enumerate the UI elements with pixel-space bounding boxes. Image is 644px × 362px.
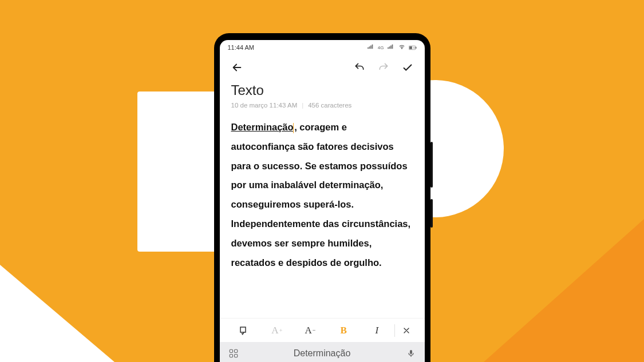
phone-frame: 11:44 AM 4G 42 [214,33,430,362]
close-format-button[interactable] [396,319,417,342]
svg-rect-4 [230,349,232,352]
note-date: 10 de março 11:43 AM [231,102,298,109]
meta-divider: | [302,102,303,109]
status-time: 11:44 AM [228,44,254,51]
status-bar: 11:44 AM 4G 42 [220,40,425,55]
signal-icon [367,44,375,51]
font-decrease-button[interactable]: A− [294,319,326,342]
network-label: 4G [378,45,384,50]
app-header [220,55,425,81]
svg-rect-6 [230,355,232,357]
note-body-text: , coragem e autoconfiança são fatores de… [231,122,411,268]
format-toolbar: A+ A− B I [220,318,425,342]
note-title[interactable]: Texto [231,82,413,98]
back-button[interactable] [228,58,246,77]
note-body-underlined: Determinação [231,122,294,132]
phone-power-button [430,199,433,228]
mic-icon[interactable] [404,347,418,360]
checklist-button[interactable] [228,319,260,342]
svg-text:42: 42 [413,46,416,49]
italic-button[interactable]: I [361,319,393,342]
confirm-button[interactable] [398,58,417,77]
phone-volume-button [430,142,433,188]
svg-rect-5 [234,349,237,352]
keyboard-grid-icon[interactable] [227,347,240,360]
keyboard-suggestion[interactable]: Determinação [247,348,397,359]
redo-button[interactable] [374,58,393,77]
undo-button[interactable] [350,58,369,77]
bold-button[interactable]: B [327,319,359,342]
svg-rect-1 [416,46,416,49]
note-meta: 10 de março 11:43 AM | 456 caracteres [220,100,425,118]
svg-rect-7 [234,355,237,357]
phone-screen: 11:44 AM 4G 42 [220,40,425,362]
battery-icon: 42 [409,44,417,51]
note-char-count: 456 caracteres [308,102,351,109]
text-cursor [293,123,294,133]
note-body[interactable]: Determinação, coragem e autoconfiança sã… [220,118,425,318]
signal-secondary-icon [387,44,395,51]
keyboard-suggestion-bar: Determinação [220,342,425,362]
wifi-icon [398,44,406,51]
toolbar-divider [394,324,395,337]
svg-rect-2 [409,46,412,49]
font-increase-button[interactable]: A+ [261,319,293,342]
